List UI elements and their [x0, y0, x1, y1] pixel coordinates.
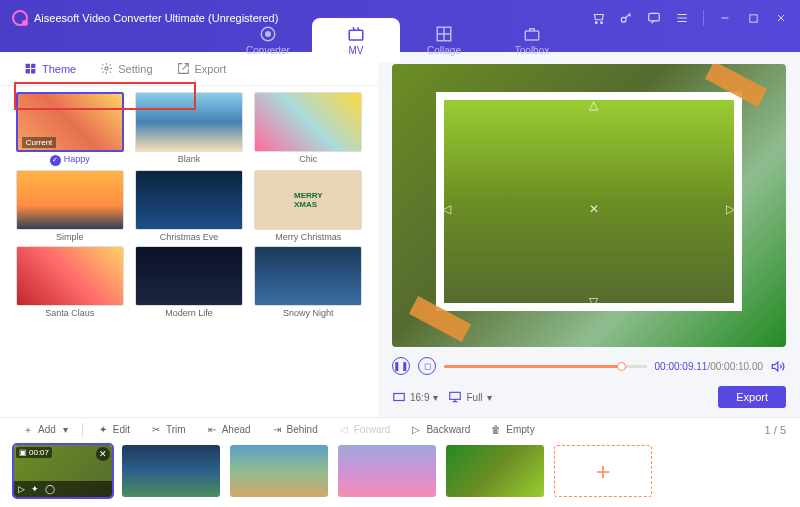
svg-rect-12	[26, 69, 30, 73]
theme-label: Chic	[299, 154, 317, 164]
svg-rect-4	[749, 14, 756, 21]
theme-modern-life[interactable]: Modern Life	[133, 246, 244, 318]
forward-button: ◁Forward	[330, 421, 399, 439]
stop-button[interactable]: ◻	[418, 357, 436, 375]
wand-icon: ✦	[97, 424, 109, 436]
separator	[82, 423, 83, 437]
scissors-icon: ✂	[150, 424, 162, 436]
key-icon[interactable]	[619, 11, 633, 25]
theme-label: Christmas Eve	[160, 232, 219, 242]
backward-button[interactable]: ▷Backward	[402, 421, 478, 439]
tab-toolbox[interactable]: Toolbox	[488, 18, 576, 62]
theme-label: Simple	[56, 232, 84, 242]
theme-snowy-night[interactable]: Snowy Night	[253, 246, 364, 318]
preview-frame: △ ▽ ◁ ▷ ✕	[436, 92, 742, 311]
ahead-icon: ⇤	[206, 424, 218, 436]
menu-icon[interactable]	[675, 11, 689, 25]
clip-strip: ▣ 00:07 ✕ ▷ ✦ ◯ ＋	[0, 441, 800, 507]
chevron-down-icon: ▾	[433, 392, 438, 403]
add-clip-button[interactable]: ＋	[554, 445, 652, 497]
gear-icon	[100, 62, 113, 75]
theme-label: Merry Christmas	[275, 232, 341, 242]
theme-simple[interactable]: Simple	[14, 170, 125, 242]
volume-icon[interactable]	[771, 359, 786, 374]
tab-label: Converter	[246, 45, 290, 56]
check-icon: ✓	[50, 155, 61, 166]
clip-item[interactable]	[122, 445, 220, 497]
clip-item[interactable]	[446, 445, 544, 497]
ratio-icon	[392, 390, 406, 404]
tab-collage[interactable]: Collage	[400, 18, 488, 62]
theme-label: Snowy Night	[283, 308, 334, 318]
clip-item[interactable]	[230, 445, 328, 497]
tab-label: Collage	[427, 45, 461, 56]
svg-rect-11	[31, 64, 35, 68]
minimize-icon[interactable]	[718, 11, 732, 25]
export-icon	[177, 62, 190, 75]
theme-santa-claus[interactable]: Santa Claus	[14, 246, 125, 318]
clip-remove-icon[interactable]: ✕	[96, 447, 110, 461]
handle-top[interactable]: △	[589, 98, 599, 108]
display-mode-select[interactable]: Full ▾	[448, 390, 491, 404]
theme-chic[interactable]: Chic	[253, 92, 364, 166]
sub-tab-setting[interactable]: Setting	[92, 58, 160, 79]
svg-point-1	[601, 22, 603, 24]
star-icon[interactable]: ✦	[31, 484, 39, 494]
clip-duration: ▣ 00:07	[16, 447, 52, 458]
edit-button[interactable]: ✦Edit	[89, 421, 138, 439]
theme-label: Blank	[178, 154, 201, 164]
behind-button[interactable]: ⇥Behind	[263, 421, 326, 439]
theme-label: Santa Claus	[45, 308, 94, 318]
aspect-ratio-select[interactable]: 16:9 ▾	[392, 390, 438, 404]
chevron-down-icon: ▾	[487, 392, 492, 403]
trash-icon: 🗑	[490, 424, 502, 436]
page-indicator: 1 / 5	[765, 424, 786, 436]
sub-tab-theme[interactable]: Theme	[16, 58, 84, 79]
export-button[interactable]: Export	[718, 386, 786, 408]
pause-button[interactable]: ❚❚	[392, 357, 410, 375]
play-icon[interactable]: ▷	[18, 484, 25, 494]
theme-label: ✓Happy	[50, 154, 90, 166]
handle-bottom[interactable]: ▽	[589, 295, 599, 305]
playback-controls: ❚❚ ◻ 00:00:09.11/00:00:10.00	[392, 353, 786, 379]
trim-button[interactable]: ✂Trim	[142, 421, 194, 439]
forward-icon: ◁	[338, 424, 350, 436]
timecode: 00:00:09.11/00:00:10.00	[655, 361, 763, 372]
svg-point-6	[266, 31, 271, 36]
empty-button[interactable]: 🗑Empty	[482, 421, 542, 439]
mv-icon	[347, 25, 365, 43]
ahead-button[interactable]: ⇤Ahead	[198, 421, 259, 439]
plus-icon: ＋	[22, 424, 34, 436]
cart-icon[interactable]	[591, 11, 605, 25]
circle-icon[interactable]: ◯	[45, 484, 55, 494]
clip-toolbar: ＋Add▾ ✦Edit ✂Trim ⇤Ahead ⇥Behind ◁Forwar…	[0, 418, 800, 441]
maximize-icon[interactable]	[746, 11, 760, 25]
svg-point-2	[621, 17, 626, 22]
add-button[interactable]: ＋Add▾	[14, 421, 76, 439]
handle-left[interactable]: ◁	[442, 202, 452, 212]
timeline-slider[interactable]	[444, 365, 647, 368]
bottom-bar: ＋Add▾ ✦Edit ✂Trim ⇤Ahead ⇥Behind ◁Forwar…	[0, 417, 800, 507]
svg-rect-16	[450, 392, 461, 399]
video-preview[interactable]: △ ▽ ◁ ▷ ✕	[392, 64, 786, 347]
svg-point-14	[105, 67, 108, 70]
theme-christmas-eve[interactable]: Christmas Eve	[133, 170, 244, 242]
tab-converter[interactable]: Converter	[224, 18, 312, 62]
clip-item[interactable]: ▣ 00:07 ✕ ▷ ✦ ◯	[14, 445, 112, 497]
theme-happy[interactable]: Current ✓Happy	[14, 92, 125, 166]
svg-point-0	[595, 22, 597, 24]
handle-center[interactable]: ✕	[589, 202, 599, 212]
chevron-down-icon: ▾	[63, 424, 68, 435]
theme-merry-christmas[interactable]: MERRYXMASMerry Christmas	[253, 170, 364, 242]
theme-blank[interactable]: Blank	[133, 92, 244, 166]
feedback-icon[interactable]	[647, 11, 661, 25]
sub-tab-label: Setting	[118, 63, 152, 75]
tab-mv[interactable]: MV	[312, 18, 400, 62]
left-panel: Theme Setting Export Current ✓Happy Blan…	[0, 52, 378, 417]
handle-right[interactable]: ▷	[726, 202, 736, 212]
close-icon[interactable]	[774, 11, 788, 25]
current-badge: Current	[22, 137, 57, 148]
theme-label: Modern Life	[165, 308, 213, 318]
clip-item[interactable]	[338, 445, 436, 497]
converter-icon	[259, 25, 277, 43]
